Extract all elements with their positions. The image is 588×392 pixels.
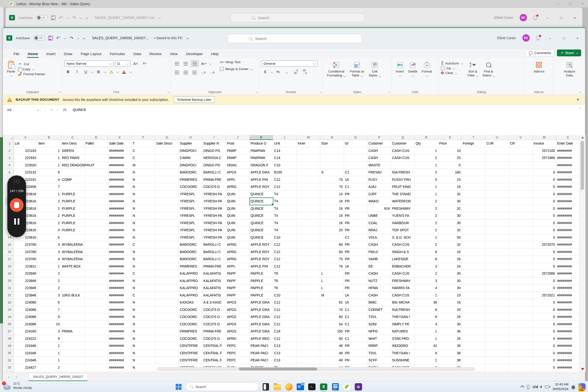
cell-D9[interactable] xyxy=(84,198,108,205)
minimize-button[interactable]: – xyxy=(544,16,551,20)
cell-K29[interactable]: PEAR PACI xyxy=(250,342,273,350)
cell-U5[interactable] xyxy=(485,169,509,176)
cell-F6[interactable]: N xyxy=(132,176,155,184)
cell-Q16[interactable]: SINGH & S xyxy=(391,248,414,256)
borders-button[interactable]: ⊞ xyxy=(95,68,102,75)
row-header-15[interactable]: 15 xyxy=(6,241,14,248)
paste-button[interactable]: Paste xyxy=(6,60,16,78)
cell-O24[interactable]: C1 xyxy=(344,306,368,314)
cell-U14[interactable] xyxy=(485,234,509,241)
cell-Q15[interactable]: CASH CUS xyxy=(391,241,414,248)
cell-J2[interactable]: PAWP xyxy=(226,147,250,154)
cell-U24[interactable] xyxy=(485,306,509,314)
cell-R13[interactable]: 2 xyxy=(414,226,438,234)
align-right-icon[interactable] xyxy=(191,69,198,76)
cell-V24[interactable] xyxy=(509,306,532,314)
cell-A32[interactable]: 224427 xyxy=(14,364,37,372)
cell-R30[interactable]: 8 xyxy=(414,350,438,357)
row-header-29[interactable]: 29 xyxy=(6,342,14,350)
column-header-G[interactable]: G xyxy=(155,135,179,140)
cell-P29[interactable]: RRRF xyxy=(368,342,391,350)
cell-C25[interactable] xyxy=(61,313,84,321)
column-header-F[interactable]: F xyxy=(132,135,155,140)
lightbulb-icon[interactable] xyxy=(536,36,540,40)
cell-J12[interactable]: QUIN xyxy=(226,220,250,227)
cell-J7[interactable]: APRG xyxy=(226,183,250,190)
cell-D17[interactable] xyxy=(84,256,108,263)
cell-K7[interactable]: APPLE ROY xyxy=(250,183,273,190)
cell-K6[interactable]: APPLE PIN xyxy=(250,176,273,184)
cell-N10[interactable]: 16 xyxy=(320,205,344,212)
notification-bell-icon[interactable] xyxy=(572,386,575,389)
cell-J16[interactable]: APRG xyxy=(226,248,250,256)
cell-W19[interactable]: 2572086 xyxy=(533,270,556,277)
cell-R4[interactable]: 1 xyxy=(414,162,438,169)
analyze-data-button[interactable]: AnalyzeData xyxy=(562,60,576,79)
column-header-M[interactable]: M xyxy=(297,135,320,140)
cell-Q4[interactable] xyxy=(391,162,414,169)
cell-L17[interactable]: C12 xyxy=(273,256,297,263)
cell-P9[interactable]: WAKO xyxy=(368,198,391,205)
clipboard-dialog-launcher[interactable]: ↘ xyxy=(58,90,60,94)
cell-P30[interactable]: TSVL xyxy=(368,350,391,357)
cell-R12[interactable]: 2 xyxy=(414,220,438,227)
cell-D19[interactable] xyxy=(84,270,108,277)
cell-M6[interactable] xyxy=(297,176,320,184)
cell-C13[interactable]: PURPLE xyxy=(61,226,84,234)
cell-L8[interactable]: T4 xyxy=(273,190,297,198)
cell-G16[interactable] xyxy=(155,248,179,256)
cell-U30[interactable] xyxy=(485,350,509,357)
cell-Q8[interactable]: THE STAND xyxy=(391,190,414,198)
search-input[interactable]: Search xyxy=(228,34,362,43)
cell-S25[interactable]: 26 xyxy=(438,313,462,321)
cell-W13[interactable]: 0 xyxy=(533,226,556,234)
cell-B18[interactable]: 1 xyxy=(37,263,61,270)
cell-K25[interactable]: APPLE GRA xyxy=(250,313,273,321)
cell-H7[interactable]: COCOORC xyxy=(179,183,202,190)
column-header-A[interactable]: A xyxy=(14,135,37,140)
cell-K8[interactable]: QUINCE xyxy=(250,190,273,198)
cell-C10[interactable]: PURPLE xyxy=(61,205,84,212)
cell-J11[interactable]: QUIN xyxy=(226,212,250,220)
cell-S17[interactable]: 28 xyxy=(438,256,462,263)
cell-S24[interactable]: 20 xyxy=(438,306,462,314)
cell-S26[interactable]: 30 xyxy=(438,321,462,328)
cell-I12[interactable]: YFRESH PA xyxy=(202,220,226,227)
cell-A5[interactable]: 223132 xyxy=(14,169,37,176)
format-as-table-button[interactable]: Format asTable xyxy=(348,60,366,79)
cell-T20[interactable] xyxy=(462,277,485,285)
cell-E1[interactable]: Sale Date xyxy=(108,140,132,147)
cell-T10[interactable] xyxy=(462,205,485,212)
cell-H1[interactable]: Supplier xyxy=(179,140,202,147)
cell-T26[interactable] xyxy=(462,321,485,328)
cell-I10[interactable]: YFRESH PA xyxy=(202,205,226,212)
avatar[interactable]: EC xyxy=(520,14,527,21)
cell-G1[interactable]: Sale Descr xyxy=(155,140,179,147)
cell-E32[interactable]: ######## xyxy=(108,364,132,372)
cell-L24[interactable]: C12 xyxy=(273,306,297,314)
cell-R11[interactable]: 2 xyxy=(414,212,438,220)
column-header-K[interactable]: K xyxy=(250,135,273,140)
cell-F18[interactable]: N xyxy=(132,263,155,270)
cell-C19[interactable] xyxy=(61,270,84,277)
delete-cells-button[interactable]: Delete xyxy=(407,60,419,78)
cell-Q19[interactable]: CASH CUS xyxy=(391,270,414,277)
cell-N14[interactable] xyxy=(320,234,344,241)
cell-I29[interactable]: CENTRAL F xyxy=(202,342,226,350)
cell-M24[interactable] xyxy=(297,306,320,314)
row-header-18[interactable]: 18 xyxy=(6,263,14,270)
cell-W7[interactable]: 0 xyxy=(533,183,556,190)
wifi-icon[interactable] xyxy=(533,386,536,388)
cell-N20[interactable]: L xyxy=(320,277,344,285)
cell-X3[interactable]: ######## xyxy=(556,154,580,162)
cell-Q21[interactable]: HARRIS FA xyxy=(391,284,414,292)
cell-H12[interactable]: YFRESPL xyxy=(179,220,202,227)
cell-W14[interactable]: 0 xyxy=(533,234,556,241)
cell-J5[interactable]: APGS xyxy=(226,169,250,176)
cell-M23[interactable] xyxy=(297,299,320,306)
cell-N22[interactable]: M xyxy=(320,292,344,299)
column-header-X[interactable]: X xyxy=(556,135,580,140)
cell-T1[interactable]: Foreign xyxy=(462,140,485,147)
cell-G20[interactable] xyxy=(155,277,179,285)
cell-D24[interactable] xyxy=(84,306,108,314)
